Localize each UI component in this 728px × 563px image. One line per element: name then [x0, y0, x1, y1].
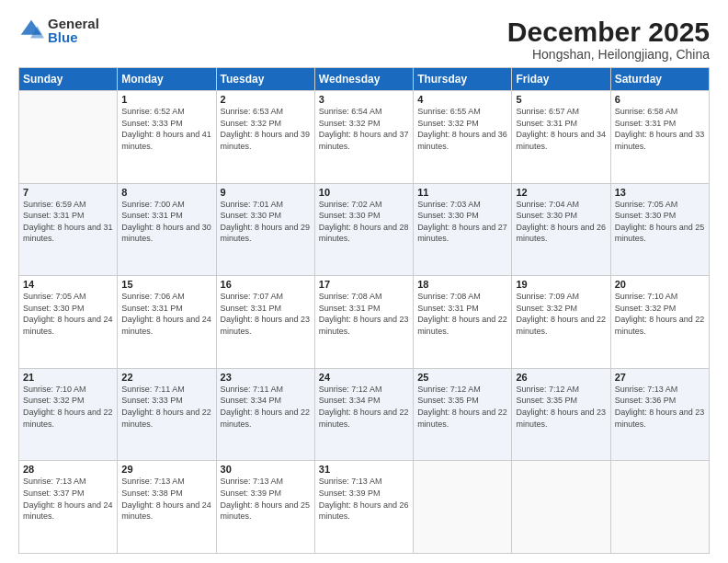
table-row [512, 461, 610, 554]
logo: General Blue [18, 17, 99, 44]
day-info: Sunrise: 7:10 AMSunset: 3:32 PMDaylight:… [23, 384, 113, 430]
table-row: 6Sunrise: 6:58 AMSunset: 3:31 PMDaylight… [610, 91, 709, 184]
day-number: 2 [221, 94, 311, 105]
table-row: 27Sunrise: 7:13 AMSunset: 3:36 PMDayligh… [610, 368, 709, 461]
day-info: Sunrise: 7:13 AMSunset: 3:36 PMDaylight:… [615, 384, 705, 430]
table-row: 25Sunrise: 7:12 AMSunset: 3:35 PMDayligh… [414, 368, 512, 461]
day-info: Sunrise: 7:06 AMSunset: 3:31 PMDaylight:… [121, 291, 211, 337]
day-info: Sunrise: 7:11 AMSunset: 3:34 PMDaylight:… [221, 384, 311, 430]
day-number: 27 [615, 372, 705, 383]
calendar-week-row: 7Sunrise: 6:59 AMSunset: 3:31 PMDaylight… [19, 183, 710, 276]
header-saturday: Saturday [610, 68, 709, 91]
day-number: 6 [615, 94, 705, 105]
title-block: December 2025 Hongshan, Heilongjiang, Ch… [507, 17, 710, 62]
day-number: 30 [221, 464, 311, 475]
day-info: Sunrise: 7:05 AMSunset: 3:30 PMDaylight:… [615, 199, 705, 245]
day-number: 21 [23, 372, 113, 383]
day-info: Sunrise: 7:13 AMSunset: 3:39 PMDaylight:… [221, 476, 311, 522]
table-row: 23Sunrise: 7:11 AMSunset: 3:34 PMDayligh… [216, 368, 314, 461]
day-info: Sunrise: 7:00 AMSunset: 3:31 PMDaylight:… [121, 199, 211, 245]
calendar-week-row: 28Sunrise: 7:13 AMSunset: 3:37 PMDayligh… [19, 461, 710, 554]
calendar-title: December 2025 [507, 17, 710, 47]
day-number: 28 [23, 464, 113, 475]
day-info: Sunrise: 6:57 AMSunset: 3:31 PMDaylight:… [516, 106, 606, 152]
day-number: 3 [319, 94, 409, 105]
logo-icon [18, 17, 44, 43]
table-row: 26Sunrise: 7:12 AMSunset: 3:35 PMDayligh… [512, 368, 610, 461]
table-row: 4Sunrise: 6:55 AMSunset: 3:32 PMDaylight… [414, 91, 512, 184]
day-number: 19 [516, 279, 606, 290]
day-info: Sunrise: 7:10 AMSunset: 3:32 PMDaylight:… [615, 291, 705, 337]
day-info: Sunrise: 7:05 AMSunset: 3:30 PMDaylight:… [23, 291, 113, 337]
table-row: 9Sunrise: 7:01 AMSunset: 3:30 PMDaylight… [216, 183, 314, 276]
day-info: Sunrise: 6:59 AMSunset: 3:31 PMDaylight:… [23, 199, 113, 245]
day-number: 4 [417, 94, 507, 105]
table-row: 21Sunrise: 7:10 AMSunset: 3:32 PMDayligh… [19, 368, 118, 461]
day-number: 17 [319, 279, 409, 290]
day-info: Sunrise: 7:13 AMSunset: 3:39 PMDaylight:… [319, 476, 409, 522]
day-info: Sunrise: 6:52 AMSunset: 3:33 PMDaylight:… [121, 106, 211, 152]
day-number: 1 [121, 94, 211, 105]
day-info: Sunrise: 7:13 AMSunset: 3:37 PMDaylight:… [23, 476, 113, 522]
table-row: 24Sunrise: 7:12 AMSunset: 3:34 PMDayligh… [314, 368, 413, 461]
day-number: 8 [121, 187, 211, 198]
day-info: Sunrise: 7:09 AMSunset: 3:32 PMDaylight:… [516, 291, 606, 337]
table-row: 1Sunrise: 6:52 AMSunset: 3:33 PMDaylight… [118, 91, 216, 184]
page-container: General Blue December 2025 Hongshan, Hei… [0, 0, 728, 563]
day-info: Sunrise: 6:55 AMSunset: 3:32 PMDaylight:… [417, 106, 507, 152]
table-row: 19Sunrise: 7:09 AMSunset: 3:32 PMDayligh… [512, 276, 610, 369]
day-number: 14 [23, 279, 113, 290]
table-row: 28Sunrise: 7:13 AMSunset: 3:37 PMDayligh… [19, 461, 118, 554]
logo-blue-text: Blue [48, 30, 99, 44]
header-friday: Friday [512, 68, 610, 91]
day-info: Sunrise: 7:04 AMSunset: 3:30 PMDaylight:… [516, 199, 606, 245]
logo-text: General Blue [48, 17, 99, 44]
calendar-week-row: 14Sunrise: 7:05 AMSunset: 3:30 PMDayligh… [19, 276, 710, 369]
day-info: Sunrise: 7:02 AMSunset: 3:30 PMDaylight:… [319, 199, 409, 245]
day-number: 29 [121, 464, 211, 475]
table-row: 5Sunrise: 6:57 AMSunset: 3:31 PMDaylight… [512, 91, 610, 184]
table-row: 2Sunrise: 6:53 AMSunset: 3:32 PMDaylight… [216, 91, 314, 184]
table-row: 18Sunrise: 7:08 AMSunset: 3:31 PMDayligh… [414, 276, 512, 369]
table-row: 13Sunrise: 7:05 AMSunset: 3:30 PMDayligh… [610, 183, 709, 276]
table-row: 8Sunrise: 7:00 AMSunset: 3:31 PMDaylight… [118, 183, 216, 276]
day-number: 16 [221, 279, 311, 290]
table-row: 15Sunrise: 7:06 AMSunset: 3:31 PMDayligh… [118, 276, 216, 369]
day-number: 24 [319, 372, 409, 383]
day-info: Sunrise: 7:03 AMSunset: 3:30 PMDaylight:… [417, 199, 507, 245]
day-info: Sunrise: 7:13 AMSunset: 3:38 PMDaylight:… [121, 476, 211, 522]
table-row [19, 91, 118, 184]
table-row: 14Sunrise: 7:05 AMSunset: 3:30 PMDayligh… [19, 276, 118, 369]
day-number: 10 [319, 187, 409, 198]
calendar-week-row: 1Sunrise: 6:52 AMSunset: 3:33 PMDaylight… [19, 91, 710, 184]
day-number: 12 [516, 187, 606, 198]
header: General Blue December 2025 Hongshan, Hei… [18, 17, 710, 62]
table-row: 17Sunrise: 7:08 AMSunset: 3:31 PMDayligh… [314, 276, 413, 369]
day-info: Sunrise: 6:54 AMSunset: 3:32 PMDaylight:… [319, 106, 409, 152]
day-number: 23 [221, 372, 311, 383]
table-row: 16Sunrise: 7:07 AMSunset: 3:31 PMDayligh… [216, 276, 314, 369]
day-number: 20 [615, 279, 705, 290]
day-number: 25 [417, 372, 507, 383]
table-row [414, 461, 512, 554]
day-info: Sunrise: 7:08 AMSunset: 3:31 PMDaylight:… [319, 291, 409, 337]
day-number: 7 [23, 187, 113, 198]
day-info: Sunrise: 7:08 AMSunset: 3:31 PMDaylight:… [417, 291, 507, 337]
table-row: 12Sunrise: 7:04 AMSunset: 3:30 PMDayligh… [512, 183, 610, 276]
header-tuesday: Tuesday [216, 68, 314, 91]
day-info: Sunrise: 7:12 AMSunset: 3:34 PMDaylight:… [319, 384, 409, 430]
day-number: 18 [417, 279, 507, 290]
day-info: Sunrise: 7:07 AMSunset: 3:31 PMDaylight:… [221, 291, 311, 337]
day-number: 13 [615, 187, 705, 198]
day-info: Sunrise: 7:01 AMSunset: 3:30 PMDaylight:… [221, 199, 311, 245]
day-number: 9 [221, 187, 311, 198]
day-number: 31 [319, 464, 409, 475]
table-row: 11Sunrise: 7:03 AMSunset: 3:30 PMDayligh… [414, 183, 512, 276]
table-row [610, 461, 709, 554]
header-sunday: Sunday [19, 68, 118, 91]
table-row: 20Sunrise: 7:10 AMSunset: 3:32 PMDayligh… [610, 276, 709, 369]
day-number: 15 [121, 279, 211, 290]
day-info: Sunrise: 7:12 AMSunset: 3:35 PMDaylight:… [516, 384, 606, 430]
day-info: Sunrise: 6:58 AMSunset: 3:31 PMDaylight:… [615, 106, 705, 152]
table-row: 10Sunrise: 7:02 AMSunset: 3:30 PMDayligh… [314, 183, 413, 276]
